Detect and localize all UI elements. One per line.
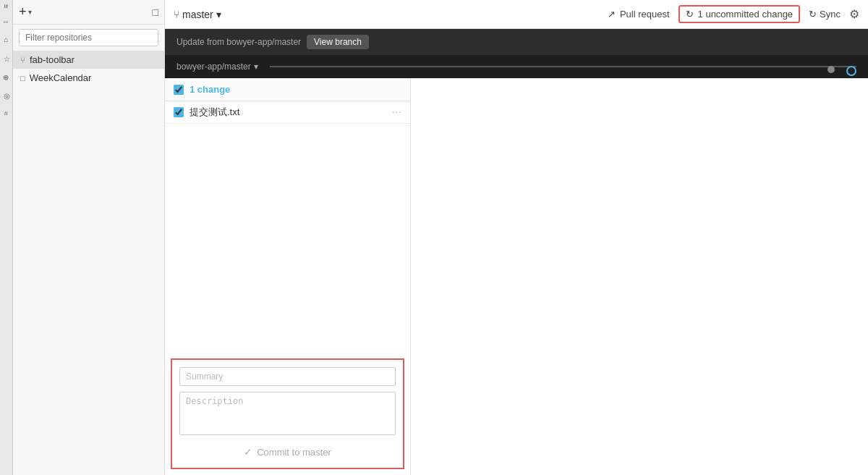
icon-strip-item-6[interactable]: ◎ <box>1 91 12 101</box>
graph-line-container <box>270 66 856 67</box>
icon-strip-item-1[interactable]: ≡ <box>1 3 12 10</box>
changes-count: 1 change <box>190 84 230 95</box>
filter-repositories-input[interactable] <box>19 29 158 46</box>
commit-checkmark-icon: ✓ <box>244 446 252 458</box>
select-all-checkbox[interactable] <box>174 85 184 95</box>
view-branch-button[interactable]: View branch <box>307 35 369 49</box>
right-panel <box>411 78 868 475</box>
sidebar-item-weekcalendar[interactable]: □ WeekCalendar <box>13 69 164 87</box>
sidebar-item-fab-toolbar[interactable]: ⑂ fab-toolbar <box>13 51 164 69</box>
top-bar: ⑂ master ▾ ↗ Pull request ↻ 1 uncommitte… <box>165 0 868 29</box>
summary-input[interactable] <box>179 367 396 386</box>
sync-label: Sync <box>820 9 841 20</box>
graph-bar-label: bowyer-app/master ▾ <box>176 62 258 72</box>
pull-request-icon: ↗ <box>608 9 616 20</box>
icon-strip-item-4[interactable]: ☆ <box>1 54 12 64</box>
commit-label: Commit to master <box>257 447 331 458</box>
icon-strip-item-5[interactable]: ⊕ <box>1 73 12 82</box>
graph-chevron-icon: ▾ <box>254 62 258 72</box>
graph-node-left <box>827 66 835 73</box>
file-name: 提交测试.txt <box>190 106 239 119</box>
sync-button[interactable]: ↻ Sync <box>809 9 841 20</box>
graph-line <box>270 66 856 67</box>
sync-icon: ↻ <box>809 9 817 20</box>
branch-update-bar: Update from bowyer-app/master View branc… <box>165 29 868 55</box>
update-text: Update from bowyer-app/master <box>176 37 301 47</box>
file-checkbox[interactable] <box>174 107 184 117</box>
icon-strip-item-2[interactable]: ↕ <box>1 19 12 25</box>
branch-icon: ⑂ <box>174 9 179 20</box>
settings-button[interactable]: ⚙ <box>849 7 859 21</box>
file-icon: □ <box>20 74 25 83</box>
add-repository-button[interactable]: + ▾ <box>19 4 32 20</box>
changes-area: 1 change 提交测试.txt ··· ✓ Commit to mast <box>165 78 868 475</box>
graph-repo-label: bowyer-app/master <box>176 62 251 72</box>
uncommitted-changes-button[interactable]: ↻ 1 uncommitted change <box>678 5 801 23</box>
repository-list: ⑂ fab-toolbar □ WeekCalendar <box>13 51 164 475</box>
top-bar-actions: ↗ Pull request ↻ 1 uncommitted change ↻ … <box>608 5 859 23</box>
graph-bar: bowyer-app/master ▾ <box>165 55 868 78</box>
branch-selector[interactable]: ⑂ master ▾ <box>174 9 221 20</box>
file-item[interactable]: 提交测试.txt ··· <box>165 101 410 124</box>
commit-area: ✓ Commit to master <box>171 358 404 469</box>
branch-bar-left: Update from bowyer-app/master View branc… <box>176 35 369 49</box>
description-textarea[interactable] <box>179 392 396 435</box>
icon-strip-item-3[interactable]: ⌂ <box>1 34 12 45</box>
main-content: ⑂ master ▾ ↗ Pull request ↻ 1 uncommitte… <box>165 0 868 475</box>
pull-request-button[interactable]: ↗ Pull request <box>608 9 670 20</box>
sidebar-toolbar: + ▾ □ <box>13 0 164 25</box>
file-options-icon: ··· <box>392 106 401 119</box>
pull-request-label: Pull request <box>620 9 670 20</box>
branch-chevron-icon: ▾ <box>216 9 221 20</box>
uncommitted-label: 1 uncommitted change <box>698 9 793 20</box>
sidebar: + ▾ □ ⑂ fab-toolbar □ WeekCalendar <box>13 0 165 475</box>
add-chevron-icon: ▾ <box>28 8 32 16</box>
uncommitted-icon: ↻ <box>686 9 694 20</box>
branch-icon: ⑂ <box>20 56 25 64</box>
layout-icon: □ <box>153 7 158 18</box>
plus-icon: + <box>19 4 27 20</box>
icon-strip: ≡ ↕ ⌂ ☆ ⊕ ◎ ≈ <box>0 0 13 475</box>
branch-name: master <box>182 9 213 20</box>
repo-name: fab-toolbar <box>30 54 75 65</box>
repo-name: WeekCalendar <box>30 72 92 83</box>
commit-button[interactable]: ✓ Commit to master <box>179 443 396 461</box>
changes-header: 1 change <box>165 78 410 101</box>
toggle-sidebar-button[interactable]: □ <box>153 7 158 18</box>
graph-node-right <box>846 66 856 76</box>
file-list: 提交测试.txt ··· <box>165 101 410 353</box>
left-panel: 1 change 提交测试.txt ··· ✓ Commit to mast <box>165 78 411 475</box>
gear-icon: ⚙ <box>849 8 859 20</box>
icon-strip-item-7[interactable]: ≈ <box>1 110 12 117</box>
